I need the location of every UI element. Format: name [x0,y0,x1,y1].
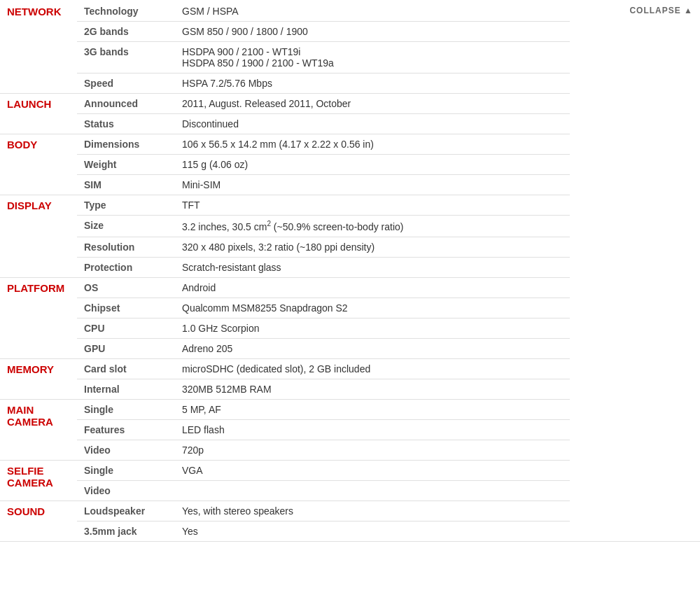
spec-label: Weight [77,155,175,175]
spec-label: Status [77,114,175,134]
spec-label: Loudspeaker [77,500,175,521]
spec-label: Internal [77,379,175,399]
collapse-button[interactable]: COLLAPSE ▲ [570,0,700,541]
spec-value: microSDHC (dedicated slot), 2 GB include… [175,358,570,379]
spec-value: GSM / HSPA [175,0,570,22]
spec-value: TFT [175,195,570,216]
category-label: NETWORK [0,0,77,94]
spec-value: HSPA 7.2/5.76 Mbps [175,74,570,94]
spec-value: Mini-SIM [175,175,570,195]
spec-label: 3.5mm jack [77,521,175,541]
spec-label: Type [77,195,175,216]
spec-label: Dimensions [77,134,175,155]
spec-label: Video [77,480,175,500]
category-label: BODY [0,134,77,195]
spec-value: 5 MP, AF [175,399,570,419]
spec-label: GPU [77,338,175,358]
spec-label: Size [77,216,175,237]
spec-label: OS [77,277,175,298]
spec-label: Video [77,440,175,460]
spec-value: Scratch-resistant glass [175,257,570,277]
spec-value: HSDPA 900 / 2100 - WT19iHSDPA 850 / 1900… [175,42,570,74]
spec-label: Chipset [77,298,175,318]
spec-label: 3G bands [77,42,175,74]
category-label: MAINCAMERA [0,399,77,460]
spec-label: Single [77,460,175,480]
spec-table: NETWORKTechnologyGSM / HSPACOLLAPSE ▲2G … [0,0,700,542]
spec-label: CPU [77,318,175,338]
spec-value: 720p [175,440,570,460]
category-label: PLATFORM [0,277,77,358]
category-label: MEMORY [0,358,77,399]
spec-value: Android [175,277,570,298]
spec-label: Card slot [77,358,175,379]
spec-label: Protection [77,257,175,277]
spec-value: 320 x 480 pixels, 3:2 ratio (~180 ppi de… [175,237,570,257]
spec-label: Technology [77,0,175,22]
category-label: SELFIECAMERA [0,460,77,500]
spec-value [175,480,570,500]
spec-value: Discontinued [175,114,570,134]
spec-value: GSM 850 / 900 / 1800 / 1900 [175,22,570,42]
spec-value: VGA [175,460,570,480]
spec-label: Announced [77,94,175,114]
spec-label: 2G bands [77,22,175,42]
spec-label: SIM [77,175,175,195]
spec-value: 320MB 512MB RAM [175,379,570,399]
spec-value: 2011, August. Released 2011, October [175,94,570,114]
spec-label: Resolution [77,237,175,257]
spec-label: Features [77,419,175,440]
table-row: NETWORKTechnologyGSM / HSPACOLLAPSE ▲ [0,0,700,22]
spec-value: Adreno 205 [175,338,570,358]
spec-label: Single [77,399,175,419]
spec-value: 115 g (4.06 oz) [175,155,570,175]
category-label: LAUNCH [0,94,77,134]
spec-value: Yes, with stereo speakers [175,500,570,521]
spec-value: Qualcomm MSM8255 Snapdragon S2 [175,298,570,318]
category-label: DISPLAY [0,195,77,278]
spec-value: 1.0 GHz Scorpion [175,318,570,338]
spec-label: Speed [77,74,175,94]
spec-value: LED flash [175,419,570,440]
spec-value: Yes [175,521,570,541]
spec-value: 3.2 inches, 30.5 cm2 (~50.9% screen-to-b… [175,216,570,237]
spec-value: 106 x 56.5 x 14.2 mm (4.17 x 2.22 x 0.56… [175,134,570,155]
category-label: SOUND [0,500,77,541]
